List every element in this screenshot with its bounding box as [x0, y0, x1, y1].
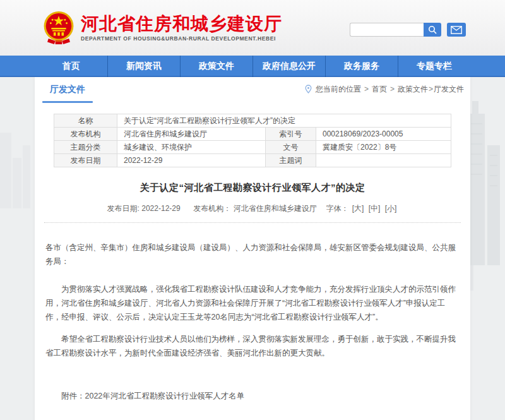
body-paragraph: 希望全省工程勘察设计行业技术人员以他们为榜样，深入贯彻落实新发展理念，勇于创新，…: [45, 332, 460, 360]
breadcrumb-separator: >: [364, 85, 369, 93]
site-brand: 河北省住房和城乡建设厅 DEPARTMENT OF HOUSING&URBAN-…: [42, 10, 282, 45]
mail-icon: [451, 26, 462, 34]
font-size-small-button[interactable]: [小]: [385, 204, 397, 213]
pub-date-value: 2022-12-29: [141, 204, 180, 213]
breadcrumb-separator: >: [429, 85, 433, 93]
article-info-line: 发布日期: 2022-12-29 发布机构： 河北省住房和城乡建设厅 字体： […: [44, 203, 461, 214]
font-size-label: 字体：: [326, 204, 348, 213]
header-search: [350, 23, 466, 37]
brand-text: 河北省住房和城乡建设厅 DEPARTMENT OF HOUSING&URBAN-…: [81, 15, 282, 42]
meta-topic-value: 城乡建设、环境保护: [117, 141, 266, 154]
font-size-large-button[interactable]: [大]: [352, 204, 364, 213]
meta-index-value: 000218069/2023-00005: [316, 128, 451, 141]
meta-name-label: 名称: [54, 114, 117, 128]
body-paragraph: 为贯彻落实人才强冀战略，强化我省工程勘察设计队伍建设和人才竞争能力，充分发挥行业…: [45, 282, 460, 324]
site-title: 河北省住房和城乡建设厅: [81, 15, 282, 33]
meta-org-value: 河北省住房和城乡建设厅: [117, 128, 266, 141]
meta-docno-label: 文号: [266, 141, 316, 154]
meta-name-value: 关于认定“河北省工程勘察设计行业领军人才”的决定: [117, 114, 451, 128]
meta-docno-value: 冀建质安〔2022〕8号: [316, 141, 451, 154]
breadcrumb-item-policy-documents[interactable]: 政策文件: [398, 84, 428, 95]
meta-topic-label: 主题分类: [54, 141, 117, 154]
article-body: 各市（含定州、辛集市）住房和城乡建设局（建设局）、人力资源和社会保障局，雄安新区…: [44, 241, 461, 420]
breadcrumb: 您当前的位置 > 首页 > 政策文件 > 厅发文件: [305, 84, 464, 95]
nav-item-gov-services[interactable]: 政务服务: [325, 56, 398, 77]
meta-org-label: 发布机构: [54, 128, 117, 141]
site-subtitle: DEPARTMENT OF HOUSING&URBAN-RURAL DEVELO…: [81, 35, 282, 42]
main-nav: 首页 新闻资讯 政策文件 政府信息公开 政务服务 专题专栏: [0, 56, 505, 77]
divider: [44, 222, 461, 223]
meta-keyword-label: 主题词: [266, 154, 316, 167]
breadcrumb-separator: >: [390, 85, 395, 93]
nav-item-policy-documents[interactable]: 政策文件: [180, 56, 252, 77]
article: 关于认定“河北省工程勘察设计行业领军人才”的决定 发布日期: 2022-12-2…: [35, 182, 470, 420]
breadcrumb-item-department-documents[interactable]: 厅发文件: [434, 84, 464, 95]
breadcrumb-item-home[interactable]: 首页: [372, 84, 387, 95]
panel-head: 厅发文件 您当前的位置 > 首页 > 政策文件 > 厅发文件: [35, 77, 470, 101]
tab-department-documents[interactable]: 厅发文件: [47, 78, 88, 101]
nav-item-home[interactable]: 首页: [35, 56, 107, 77]
attachment-link[interactable]: 附件：2022年河北省工程勘察设计行业领军人才名单: [45, 389, 460, 403]
table-row: 主题分类 城乡建设、环境保护 文号 冀建质安〔2022〕8号: [54, 141, 451, 154]
nav-item-news[interactable]: 新闻资讯: [107, 56, 180, 77]
pub-org-value: 河北省住房和城乡建设厅: [234, 204, 317, 213]
site-header: 河北省住房和城乡建设厅 DEPARTMENT OF HOUSING&URBAN-…: [0, 0, 505, 56]
national-emblem-icon: [42, 10, 76, 45]
meta-index-label: 索引号: [266, 128, 316, 141]
pub-date-label: 发布日期:: [107, 204, 140, 213]
meta-keyword-value: [316, 154, 451, 167]
font-size-medium-button[interactable]: [中]: [369, 204, 381, 213]
content-panel: 厅发文件 您当前的位置 > 首页 > 政策文件 > 厅发文件 名称 关于认定“河…: [35, 77, 470, 420]
meta-date-value: 2022-12-29: [117, 154, 266, 167]
search-icon: [428, 25, 437, 34]
mail-button[interactable]: [447, 23, 466, 37]
meta-date-label: 发布日期: [54, 154, 117, 167]
table-row: 名称 关于认定“河北省工程勘察设计行业领军人才”的决定: [54, 114, 451, 128]
location-pin-icon: [305, 85, 312, 93]
search-input[interactable]: [350, 23, 424, 37]
table-row: 发布机构 河北省住房和城乡建设厅 索引号 000218069/2023-0000…: [54, 128, 451, 141]
document-meta-table: 名称 关于认定“河北省工程勘察设计行业领军人才”的决定 发布机构 河北省住房和城…: [54, 114, 451, 167]
pub-org-label: 发布机构：: [193, 204, 231, 213]
breadcrumb-prefix: 您当前的位置: [316, 84, 361, 95]
salutation-paragraph: 各市（含定州、辛集市）住房和城乡建设局（建设局）、人力资源和社会保障局，雄安新区…: [45, 241, 460, 268]
nav-item-special-topics[interactable]: 专题专栏: [398, 56, 470, 77]
table-row: 发布日期 2022-12-29 主题词: [54, 154, 451, 167]
nav-item-gov-info-disclosure[interactable]: 政府信息公开: [252, 56, 325, 77]
article-title: 关于认定“河北省工程勘察设计行业领军人才”的决定: [44, 182, 461, 194]
search-button[interactable]: [424, 23, 441, 37]
